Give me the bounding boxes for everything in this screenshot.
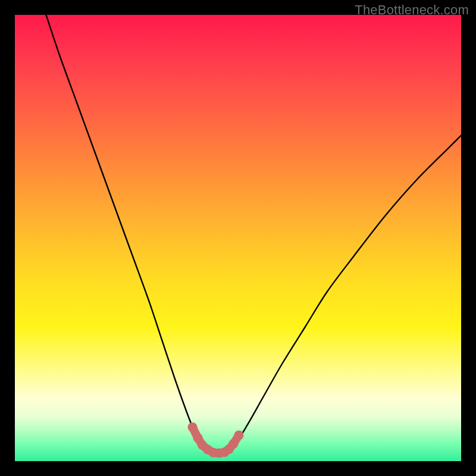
bottleneck-curve	[46, 15, 462, 453]
bottleneck-chart	[15, 15, 461, 461]
chart-frame: TheBottleneck.com	[0, 0, 476, 476]
sweet-spot-dot	[234, 431, 244, 440]
sweet-spot-dot	[229, 439, 239, 449]
sweet-spot-dots	[188, 422, 244, 458]
sweet-spot-dot	[188, 422, 198, 432]
plot-area	[15, 15, 461, 461]
watermark-text: TheBottleneck.com	[355, 2, 469, 18]
